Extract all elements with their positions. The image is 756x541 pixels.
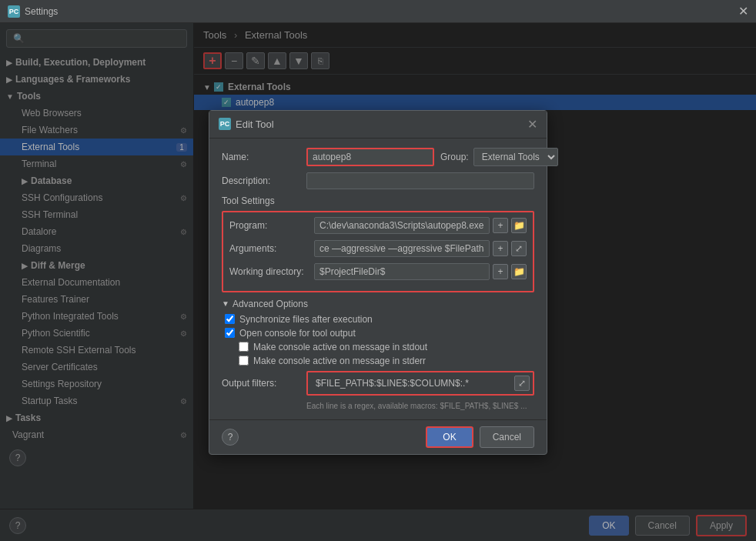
sync-files-checkbox[interactable] — [225, 314, 235, 324]
group-select[interactable]: External Tools — [473, 148, 558, 166]
program-row: Program: + 📁 — [229, 217, 527, 234]
console-active-stderr-checkbox[interactable] — [239, 356, 249, 366]
output-filters-hint: Each line is a regex, available macros: … — [222, 402, 534, 410]
open-console-checkbox[interactable] — [225, 328, 235, 338]
program-add-macro-button[interactable]: + — [493, 218, 508, 233]
arguments-row: Arguments: + ⤢ — [229, 240, 527, 257]
console-active-stdout-row: Make console active on message in stdout — [222, 342, 534, 352]
window-close-button[interactable]: ✕ — [738, 4, 748, 18]
app-icon: PC — [8, 5, 20, 18]
working-dir-label: Working directory: — [229, 266, 314, 277]
console-active-stderr-label: Make console active on message in stderr — [253, 356, 426, 366]
program-label: Program: — [229, 220, 314, 231]
modal-icon: PC — [219, 118, 231, 130]
chevron-down-icon: ▼ — [222, 299, 229, 308]
tool-settings-label: Tool Settings — [222, 195, 534, 206]
modal-body: Name: Group: External Tools Description:… — [209, 139, 547, 419]
output-filters-row: Output filters: ⤢ — [222, 371, 534, 396]
open-console-label: Open console for tool output — [239, 328, 356, 339]
console-active-stdout-label: Make console active on message in stdout — [253, 342, 427, 352]
modal-help-button[interactable]: ? — [222, 429, 239, 446]
arguments-expand-button[interactable]: ⤢ — [511, 241, 527, 256]
program-browse-button[interactable]: 📁 — [511, 218, 527, 233]
console-active-stderr-row: Make console active on message in stderr — [222, 356, 534, 366]
sync-files-row: Synchronize files after execution — [222, 314, 534, 325]
arguments-input[interactable] — [314, 240, 490, 257]
sync-files-label: Synchronize files after execution — [239, 314, 373, 325]
open-console-row: Open console for tool output — [222, 328, 534, 339]
tool-settings-box: Program: + 📁 Arguments: + ⤢ — [222, 211, 534, 292]
group-label: Group: — [440, 152, 469, 162]
modal-overlay: PC Edit Tool ✕ Name: Group: External Too… — [0, 23, 756, 541]
output-filters-expand-button[interactable]: ⤢ — [514, 376, 530, 391]
working-dir-add-macro-button[interactable]: + — [493, 264, 508, 279]
advanced-options-label: Advanced Options — [232, 299, 308, 309]
working-dir-row: Working directory: + 📁 — [229, 263, 527, 280]
console-active-stdout-checkbox[interactable] — [239, 342, 249, 352]
description-input[interactable] — [306, 172, 534, 189]
working-dir-input[interactable] — [314, 263, 490, 280]
modal-header: PC Edit Tool ✕ — [209, 111, 547, 139]
working-dir-browse-button[interactable]: 📁 — [511, 264, 527, 279]
program-input[interactable] — [314, 217, 490, 234]
name-input[interactable] — [306, 148, 434, 166]
modal-ok-button[interactable]: OK — [426, 426, 473, 448]
edit-tool-modal: PC Edit Tool ✕ Name: Group: External Too… — [209, 110, 547, 455]
modal-cancel-button[interactable]: Cancel — [480, 426, 534, 448]
advanced-options-header[interactable]: ▼ Advanced Options — [222, 299, 534, 309]
arguments-label: Arguments: — [229, 243, 314, 254]
modal-footer: ? OK Cancel — [209, 419, 547, 454]
output-filters-input[interactable] — [311, 376, 511, 391]
modal-title: Edit Tool — [236, 119, 527, 130]
name-label: Name: — [222, 152, 306, 162]
description-row: Description: — [222, 172, 534, 189]
name-group-row: Name: Group: External Tools — [222, 148, 534, 166]
window-title: Settings — [25, 6, 738, 17]
arguments-add-macro-button[interactable]: + — [493, 241, 508, 256]
title-bar: PC Settings ✕ — [0, 0, 756, 23]
description-label: Description: — [222, 175, 306, 186]
output-filters-label: Output filters: — [222, 378, 306, 389]
modal-close-button[interactable]: ✕ — [527, 117, 537, 132]
